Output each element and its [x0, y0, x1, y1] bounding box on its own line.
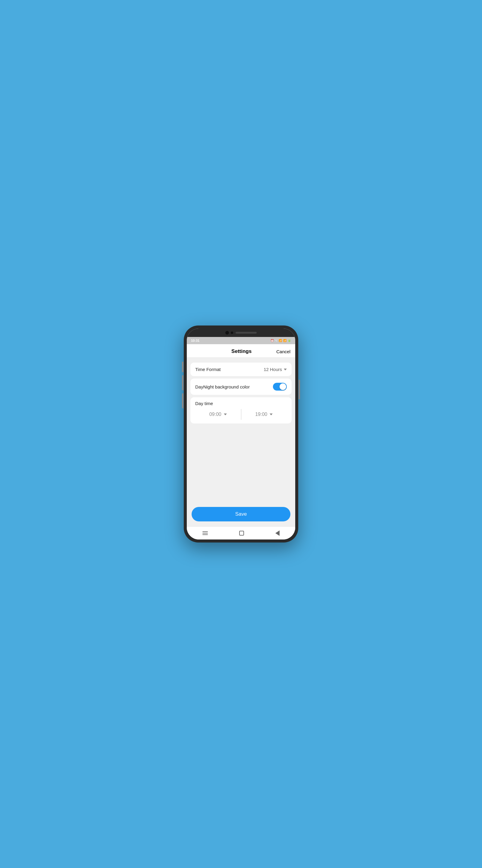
daytime-card: Day time 09:00 19:00	[190, 397, 292, 424]
menu-nav-button[interactable]	[202, 531, 208, 535]
status-bar: 10:31 ⏰ ∿ 📶 📶 🔋	[187, 337, 295, 344]
phone-screen: 10:31 ⏰ ∿ 📶 📶 🔋 Settings Cancel	[187, 329, 295, 539]
daynight-row: DayNight background color	[195, 383, 287, 391]
power-button[interactable]	[298, 380, 300, 399]
start-time-chevron-icon	[224, 413, 227, 415]
chevron-down-icon	[284, 369, 287, 370]
vol-up-button[interactable]	[182, 375, 184, 390]
app-content: Settings Cancel Time Format 12 Hours	[187, 344, 295, 539]
battery-icon: 🔋	[288, 339, 291, 342]
cancel-button[interactable]: Cancel	[276, 349, 290, 354]
home-nav-button[interactable]	[239, 531, 244, 535]
end-time-chevron-icon	[269, 413, 272, 415]
signal2-icon: 📶	[283, 339, 287, 342]
back-triangle-icon	[275, 530, 280, 536]
time-format-value: 12 Hours	[264, 367, 282, 372]
time-format-row: Time Format 12 Hours	[195, 367, 287, 372]
speaker-bar	[235, 332, 257, 334]
status-time: 10:31	[191, 339, 270, 342]
daytime-label: Day time	[195, 401, 287, 406]
start-time-picker[interactable]: 09:00	[195, 412, 241, 417]
time-pickers: 09:00 19:00	[195, 409, 287, 420]
menu-line-2	[202, 533, 208, 533]
alarm-icon: ⏰	[270, 339, 274, 342]
phone-device: 10:31 ⏰ ∿ 📶 📶 🔋 Settings Cancel	[184, 326, 298, 542]
daynight-toggle-wrap[interactable]	[273, 383, 287, 391]
end-time-value: 19:00	[255, 412, 267, 417]
vol-down-button[interactable]	[182, 393, 184, 408]
daynight-toggle[interactable]	[273, 383, 287, 391]
toggle-knob	[280, 383, 286, 390]
menu-line-3	[202, 534, 208, 535]
signal-icon: 📶	[279, 339, 282, 342]
end-time-picker[interactable]: 19:00	[241, 412, 287, 417]
save-button[interactable]: Save	[192, 507, 290, 521]
daynight-label: DayNight background color	[195, 384, 250, 390]
wifi-icon: ∿	[275, 339, 278, 342]
start-time-value: 09:00	[210, 412, 221, 417]
time-format-selector[interactable]: 12 Hours	[264, 367, 287, 372]
time-format-label: Time Format	[195, 367, 221, 372]
menu-line-1	[202, 531, 208, 532]
page-title: Settings	[231, 348, 252, 354]
settings-body: Time Format 12 Hours DayNight background…	[187, 358, 295, 502]
notch	[187, 329, 295, 337]
status-icons: ⏰ ∿ 📶 📶 🔋	[270, 339, 291, 342]
menu-icon	[202, 531, 208, 535]
save-area: Save	[187, 502, 295, 526]
daynight-card: DayNight background color	[190, 378, 292, 395]
time-format-card: Time Format 12 Hours	[190, 363, 292, 376]
app-header: Settings Cancel	[187, 344, 295, 358]
home-square-icon	[239, 531, 244, 535]
nav-bar	[187, 526, 295, 539]
speaker-dot	[231, 332, 233, 334]
back-nav-button[interactable]	[275, 530, 280, 536]
front-camera	[225, 331, 229, 335]
